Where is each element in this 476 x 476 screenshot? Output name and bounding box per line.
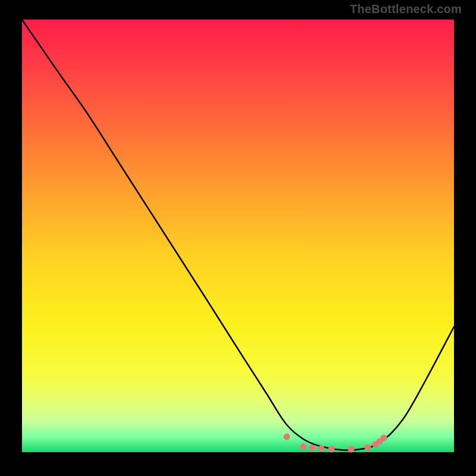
marker-dot (300, 444, 307, 450)
main-curve (22, 20, 454, 450)
marker-dot (318, 446, 325, 452)
marker-dot (348, 446, 355, 453)
marker-dot (328, 446, 335, 453)
plot-area (22, 20, 454, 452)
marker-dot (309, 445, 316, 452)
marker-dot (365, 444, 371, 451)
watermark-text: TheBottleneck.com (350, 2, 462, 16)
marker-dot (381, 435, 387, 441)
chart-svg (22, 20, 454, 452)
figure-frame: TheBottleneck.com (0, 0, 476, 476)
marker-dot (284, 434, 290, 440)
